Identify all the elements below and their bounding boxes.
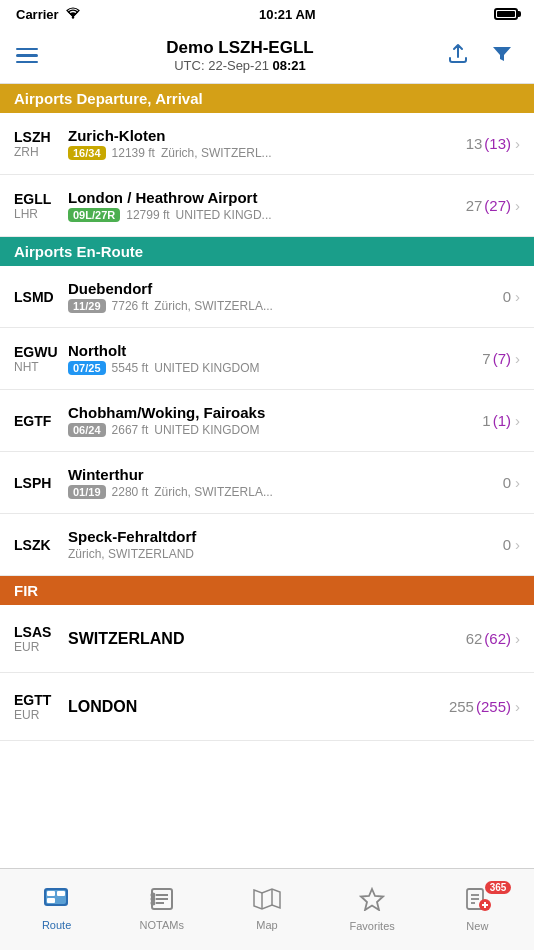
favorites-icon <box>359 887 385 917</box>
tab-map-label: Map <box>256 919 277 931</box>
airport-details-lszh: Zurich-Kloten 16/34 12139 ft Zürich, SWI… <box>60 127 466 160</box>
section-fir: FIR <box>0 576 534 605</box>
airport-row[interactable]: LSZK Speck-Fehraltdorf Zürich, SWITZERLA… <box>0 514 534 576</box>
share-button[interactable] <box>442 38 474 73</box>
tab-bar: Route NOTAMs Map <box>0 868 534 950</box>
svg-point-10 <box>151 894 154 897</box>
fir-row[interactable]: LSAS EUR SWITZERLAND 62 (62) › <box>0 605 534 673</box>
fir-name-lsas: SWITZERLAND <box>60 630 466 648</box>
chevron-icon: › <box>515 630 520 647</box>
fir-count-lsas: 62 (62) › <box>466 630 520 647</box>
status-battery <box>494 8 518 20</box>
nav-title-main: Demo LSZH-EGLL <box>166 38 313 58</box>
nav-title-sub: UTC: 22-Sep-21 08:21 <box>166 58 313 73</box>
chevron-icon: › <box>515 698 520 715</box>
airport-details-lsph: Winterthur 01/19 2280 ft Zürich, SWITZER… <box>60 466 503 499</box>
tab-route-label: Route <box>42 919 71 931</box>
chevron-icon: › <box>515 474 520 491</box>
runway-badge: 07/25 <box>68 361 106 375</box>
tab-favorites[interactable]: Favorites <box>332 881 412 938</box>
airport-row[interactable]: LSPH Winterthur 01/19 2280 ft Zürich, SW… <box>0 452 534 514</box>
airport-codes-lsmd: LSMD <box>14 289 60 305</box>
fir-name-egtt: LONDON <box>60 698 449 716</box>
filter-button[interactable] <box>486 38 518 73</box>
chevron-icon: › <box>515 135 520 152</box>
status-bar: Carrier 10:21 AM <box>0 0 534 28</box>
airport-count-lsmd: 0 › <box>503 288 520 305</box>
status-carrier: Carrier <box>16 6 81 22</box>
airport-codes-egwu: EGWU NHT <box>14 344 60 374</box>
chevron-icon: › <box>515 536 520 553</box>
airport-codes-lszh: LSZH ZRH <box>14 129 60 159</box>
menu-button[interactable] <box>16 48 38 64</box>
airport-count-egwu: 7 (7) › <box>482 350 520 367</box>
chevron-icon: › <box>515 197 520 214</box>
airport-count-egtf: 1 (1) › <box>482 412 520 429</box>
svg-rect-5 <box>47 898 55 903</box>
airport-codes-lszk: LSZK <box>14 537 60 553</box>
runway-badge: 01/19 <box>68 485 106 499</box>
airport-count-lszh: 13 (13) › <box>466 135 520 152</box>
nav-bar: Demo LSZH-EGLL UTC: 22-Sep-21 08:21 <box>0 28 534 84</box>
airport-details-egll: London / Heathrow Airport 09L/27R 12799 … <box>60 189 466 222</box>
airport-details-lszk: Speck-Fehraltdorf Zürich, SWITZERLAND <box>60 528 503 561</box>
svg-point-11 <box>151 898 154 901</box>
section-departure-arrival: Airports Departure, Arrival <box>0 84 534 113</box>
chevron-icon: › <box>515 350 520 367</box>
status-time: 10:21 AM <box>259 7 316 22</box>
airport-details-egtf: Chobham/Woking, Fairoaks 06/24 2667 ft U… <box>60 404 482 437</box>
tab-notams-label: NOTAMs <box>140 919 184 931</box>
fir-row[interactable]: EGTT EUR LONDON 255 (255) › <box>0 673 534 741</box>
airport-row[interactable]: EGWU NHT Northolt 07/25 5545 ft UNITED K… <box>0 328 534 390</box>
route-icon <box>44 888 70 916</box>
airport-details-lsmd: Duebendorf 11/29 7726 ft Zürich, SWITZER… <box>60 280 503 313</box>
battery-icon <box>494 8 518 20</box>
tab-notams[interactable]: NOTAMs <box>122 882 202 937</box>
svg-marker-16 <box>361 889 383 910</box>
airport-count-lszk: 0 › <box>503 536 520 553</box>
runway-badge: 09L/27R <box>68 208 120 222</box>
svg-rect-3 <box>47 891 55 896</box>
chevron-icon: › <box>515 412 520 429</box>
fir-codes-lsas: LSAS EUR <box>14 624 60 654</box>
airport-details-egwu: Northolt 07/25 5545 ft UNITED KINGDOM <box>60 342 482 375</box>
airport-count-egll: 27 (27) › <box>466 197 520 214</box>
tab-new-label: New <box>466 920 488 932</box>
airport-codes-lsph: LSPH <box>14 475 60 491</box>
svg-point-0 <box>71 16 73 18</box>
airport-codes-egtf: EGTF <box>14 413 60 429</box>
svg-marker-13 <box>254 889 280 909</box>
svg-rect-4 <box>57 891 65 896</box>
fir-codes-egtt: EGTT EUR <box>14 692 60 722</box>
runway-badge: 16/34 <box>68 146 106 160</box>
tab-route[interactable]: Route <box>17 882 97 937</box>
airport-row[interactable]: LSZH ZRH Zurich-Kloten 16/34 12139 ft Zü… <box>0 113 534 175</box>
airport-row[interactable]: EGTF Chobham/Woking, Fairoaks 06/24 2667… <box>0 390 534 452</box>
section-en-route: Airports En-Route <box>0 237 534 266</box>
map-icon <box>253 888 281 916</box>
nav-actions <box>442 38 518 73</box>
airport-row[interactable]: LSMD Duebendorf 11/29 7726 ft Zürich, SW… <box>0 266 534 328</box>
airport-count-lsph: 0 › <box>503 474 520 491</box>
tab-map[interactable]: Map <box>227 882 307 937</box>
airport-codes-egll: EGLL LHR <box>14 191 60 221</box>
airport-row[interactable]: EGLL LHR London / Heathrow Airport 09L/2… <box>0 175 534 237</box>
fir-count-egtt: 255 (255) › <box>449 698 520 715</box>
nav-title: Demo LSZH-EGLL UTC: 22-Sep-21 08:21 <box>166 38 313 73</box>
runway-badge: 11/29 <box>68 299 106 313</box>
tab-new[interactable]: 365 New <box>437 881 517 938</box>
chevron-icon: › <box>515 288 520 305</box>
runway-badge: 06/24 <box>68 423 106 437</box>
wifi-icon <box>65 6 81 22</box>
scroll-area[interactable]: Airports Departure, Arrival LSZH ZRH Zur… <box>0 84 534 868</box>
notams-icon <box>149 888 175 916</box>
new-badge: 365 <box>485 881 512 894</box>
tab-favorites-label: Favorites <box>350 920 395 932</box>
svg-point-12 <box>151 902 154 905</box>
